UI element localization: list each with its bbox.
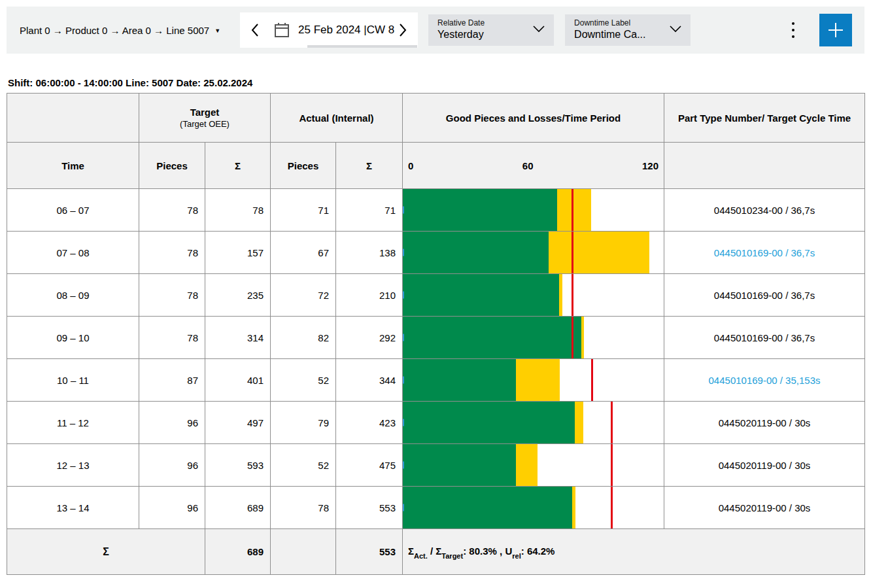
target-sum-cell: 497	[205, 402, 271, 444]
empty-footer-cell	[271, 529, 336, 575]
part-type-link[interactable]: 0445010169-00 / 36,7s	[714, 247, 815, 258]
chevron-down-icon	[532, 25, 545, 33]
part-type-cell: 0445020119-00 / 30s	[664, 487, 865, 529]
chevron-right-icon[interactable]	[398, 23, 407, 37]
shift-header: Shift: 06:00:00 - 14:00:00 Line: 5007 Da…	[8, 77, 252, 88]
table-row: 11 – 12 96 497 79 423 0445020119-00 / 30…	[7, 402, 865, 444]
axis-tick	[403, 249, 404, 256]
axis-label-0: 0	[408, 160, 413, 171]
downtime-label-dropdown[interactable]: Downtime Label Downtime Ca...	[565, 14, 691, 46]
time-cell: 12 – 13	[7, 444, 139, 487]
target-sum-cell: 235	[205, 274, 271, 317]
losses-bar	[581, 317, 584, 358]
target-line	[572, 317, 573, 358]
good-pieces-bar	[403, 274, 559, 316]
chevron-left-icon[interactable]	[250, 23, 260, 37]
oee-percentage: 80.3%	[469, 545, 497, 557]
axis-label-120: 120	[642, 160, 658, 171]
calendar-icon	[274, 22, 290, 38]
shift-table: Target (Target OEE) Actual (Internal) Go…	[7, 93, 865, 575]
table-row: 09 – 10 78 314 82 292 0445010169-00 / 36…	[7, 317, 865, 359]
target-pieces-cell: 78	[139, 317, 205, 359]
add-button[interactable]	[819, 14, 852, 46]
summary-row: Σ 689 553 ΣAct. / ΣTarget: 80.3% , Urel:…	[7, 529, 865, 575]
losses-bar	[572, 487, 575, 528]
time-cell: 07 – 08	[7, 232, 139, 274]
actual-sum-cell: 423	[336, 402, 403, 444]
part-type-value: 0445010169-00 / 36,7s	[714, 290, 815, 301]
target-pieces-cell: 78	[139, 232, 205, 274]
plus-icon	[827, 21, 845, 39]
target-sum-cell: 593	[205, 444, 271, 487]
good-pieces-bar	[403, 359, 516, 401]
good-pieces-bar	[403, 232, 549, 273]
target-line	[572, 232, 573, 273]
date-box-shadow	[307, 45, 417, 48]
breadcrumb[interactable]: Plant 0 → Product 0 → Area 0 → Line 5007…	[20, 25, 220, 36]
losses-bar	[549, 232, 650, 273]
part-type-value: 0445020119-00 / 30s	[719, 417, 811, 428]
target-pieces-cell: 96	[139, 444, 205, 487]
target-sum-cell: 401	[205, 359, 271, 402]
target-sum-cell: 314	[205, 317, 271, 359]
time-cell: 13 – 14	[7, 487, 139, 529]
actual-pieces-cell: 52	[271, 359, 336, 402]
chart-cell	[403, 487, 664, 529]
part-type-value: 0445020119-00 / 30s	[719, 502, 811, 513]
axis-tick	[403, 334, 404, 341]
good-pieces-bar	[403, 444, 516, 486]
time-column-header: Time	[7, 143, 139, 189]
target-line	[611, 402, 613, 443]
part-type-value: 0445020119-00 / 30s	[719, 460, 811, 471]
kebab-menu-icon[interactable]	[785, 16, 802, 44]
part-empty-header	[664, 143, 865, 189]
axis-label-60: 60	[522, 160, 534, 171]
actual-pieces-cell: 82	[271, 317, 336, 359]
part-group-header: Part Type Number/ Target Cycle Time	[664, 94, 865, 143]
losses-bar	[516, 359, 560, 401]
target-sum-cell: 157	[205, 232, 271, 274]
sum-label-cell: Σ	[7, 529, 205, 575]
target-pieces-cell: 96	[139, 487, 205, 529]
actual-pieces-cell: 67	[271, 232, 336, 274]
part-type-value: 0445010234-00 / 36,7s	[714, 205, 815, 216]
breadcrumb-label: Plant 0 → Product 0 → Area 0 → Line 5007	[20, 25, 209, 36]
relative-date-dropdown[interactable]: Relative Date Yesterday	[428, 14, 554, 46]
target-pieces-cell: 78	[139, 274, 205, 317]
actual-sigma-column-header: Σ	[336, 143, 403, 189]
actual-sum-cell: 344	[336, 359, 403, 402]
part-type-link[interactable]: 0445010169-00 / 35,153s	[709, 375, 821, 386]
summary-stats: ΣAct. / ΣTarget: 80.3% , Urel: 64.2%	[403, 529, 865, 575]
actual-pieces-cell: 79	[271, 402, 336, 444]
time-cell: 08 – 09	[7, 274, 139, 317]
losses-bar	[575, 402, 583, 443]
good-pieces-bar	[403, 317, 581, 358]
table-row: 13 – 14 96 689 78 553 0445020119-00 / 30…	[7, 487, 865, 529]
chart-axis-header: 0 60 120	[403, 143, 664, 189]
chart-cell	[403, 359, 664, 402]
chart-cell	[403, 189, 664, 232]
chevron-down-icon: ▼	[214, 27, 220, 34]
downtime-label-dropdown-value: Downtime Ca...	[574, 29, 668, 41]
time-cell: 10 – 11	[7, 359, 139, 402]
target-line	[611, 487, 613, 528]
losses-bar	[516, 444, 538, 486]
actual-pieces-cell: 78	[271, 487, 336, 529]
date-label: 25 Feb 2024 |CW 8	[298, 24, 394, 37]
date-navigator[interactable]: 25 Feb 2024 |CW 8	[240, 12, 418, 48]
target-line	[572, 189, 573, 231]
time-cell: 09 – 10	[7, 317, 139, 359]
actual-sum-cell: 71	[336, 189, 403, 232]
urel-percentage: 64.2%	[527, 545, 555, 557]
actual-sum-cell: 292	[336, 317, 403, 359]
actual-total-cell: 553	[336, 529, 403, 575]
target-pieces-column-header: Pieces	[139, 143, 205, 189]
target-sum-cell: 78	[205, 189, 271, 232]
part-type-cell: 0445010169-00 / 35,153s	[664, 359, 865, 402]
chart-cell	[403, 232, 664, 274]
good-pieces-bar	[403, 189, 557, 231]
actual-pieces-cell: 72	[271, 274, 336, 317]
part-type-cell: 0445020119-00 / 30s	[664, 402, 865, 444]
axis-tick	[403, 377, 404, 384]
target-pieces-cell: 96	[139, 402, 205, 444]
